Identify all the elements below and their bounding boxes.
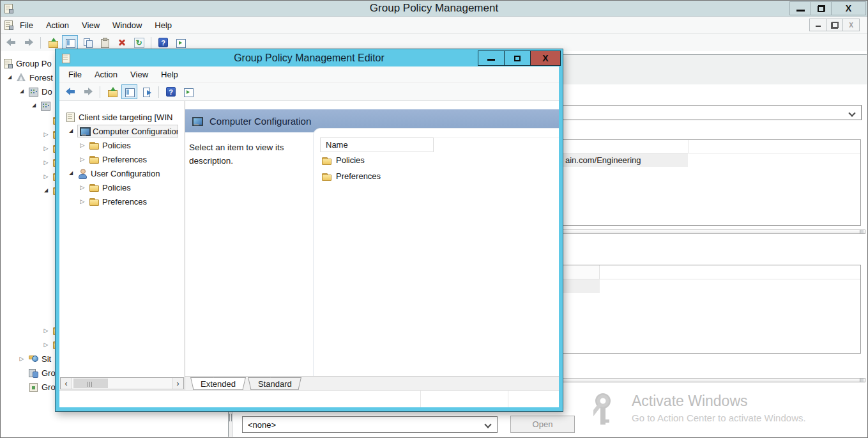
domain-path-cell: ain.com/Engineering xyxy=(565,155,641,165)
editor-help-button[interactable] xyxy=(163,84,179,99)
editor-show-console-tree-button[interactable] xyxy=(121,84,137,99)
tree-item-content[interactable]: Do xyxy=(28,86,52,97)
folder-icon xyxy=(89,154,99,164)
list-item-policies[interactable]: Policies xyxy=(314,152,559,168)
collapsed-arrow-icon[interactable]: ▷ xyxy=(42,128,50,141)
collapsed-arrow-icon[interactable]: ▷ xyxy=(18,352,26,365)
tree-item-preferences[interactable]: ▷Preferences xyxy=(79,195,147,208)
export-list-icon xyxy=(142,87,152,97)
restore-icon xyxy=(832,22,838,28)
mdi-close-button[interactable] xyxy=(842,19,860,31)
tree-item-forest[interactable]: ◢Forest xyxy=(6,71,53,84)
minimize-icon xyxy=(487,56,495,61)
chevron-down-icon xyxy=(484,421,491,428)
editor-close-button[interactable] xyxy=(530,51,561,66)
gpm-icon xyxy=(3,58,13,68)
wmi-filter-combobox[interactable]: <none> xyxy=(242,416,498,433)
scroll-right-button[interactable]: › xyxy=(172,378,183,389)
editor-show-window-list-button[interactable] xyxy=(180,84,196,99)
tab-standard[interactable]: Standard xyxy=(248,377,302,390)
tree-item-content[interactable] xyxy=(40,100,50,111)
editor-menu-file[interactable]: File xyxy=(62,70,88,79)
editor-maximize-button[interactable] xyxy=(504,51,531,66)
tree-item-label: Preferences xyxy=(102,155,147,164)
tree-item-do[interactable]: ◢Do xyxy=(18,85,52,98)
tree-item-content[interactable]: Policies xyxy=(89,182,131,192)
tree-item-content[interactable]: Gro xyxy=(28,368,56,378)
open-button-label: Open xyxy=(533,419,553,429)
tree-item-group-po[interactable]: Group Po xyxy=(3,57,52,70)
tree-item-content[interactable]: Preferences xyxy=(89,154,147,164)
toolbar-separator xyxy=(158,86,159,98)
tree-item-content[interactable]: User Configuration xyxy=(77,168,160,178)
minimize-icon xyxy=(816,23,821,27)
editor-title-bar[interactable]: Group Policy Management Editor xyxy=(56,49,563,66)
selected-tree-item[interactable]: Computer Configuration xyxy=(77,125,178,137)
main-restore-button[interactable] xyxy=(811,1,832,15)
expanded-arrow-icon[interactable]: ◢ xyxy=(30,99,38,112)
collapsed-arrow-icon[interactable]: ▷ xyxy=(79,195,86,208)
tree-item-gro[interactable]: Gro xyxy=(18,380,56,393)
expanded-arrow-icon[interactable]: ◢ xyxy=(67,125,75,137)
editor-menu-view[interactable]: View xyxy=(124,70,155,79)
tree-item-client-side-targeting-win[interactable]: Client side targeting [WIN xyxy=(65,111,172,123)
results-icon xyxy=(28,382,38,392)
tree-item-user-configuration[interactable]: ◢User Configuration xyxy=(67,167,160,180)
tree-item-label: Client side targeting [WIN xyxy=(79,113,172,122)
mdi-minimize-button[interactable] xyxy=(809,19,826,31)
tree-item-content[interactable]: Policies xyxy=(89,140,131,150)
editor-export-list-button[interactable] xyxy=(139,84,155,99)
editor-minimize-button[interactable] xyxy=(478,51,505,66)
editor-forward-button[interactable] xyxy=(80,84,96,99)
tree-item-label: Computer Configuration xyxy=(93,127,178,136)
tree-item[interactable]: ◢ xyxy=(30,99,50,112)
horizontal-scrollbar[interactable]: ‹ › xyxy=(60,377,184,389)
expanded-arrow-icon[interactable]: ◢ xyxy=(42,184,50,197)
forward-icon xyxy=(82,86,95,97)
tree-item-sit[interactable]: ▷Sit xyxy=(18,352,51,365)
collapsed-arrow-icon[interactable]: ▷ xyxy=(79,139,86,152)
expanded-arrow-icon[interactable]: ◢ xyxy=(6,71,13,84)
tree-item-preferences[interactable]: ▷Preferences xyxy=(79,153,147,166)
tree-item-content[interactable]: Gro xyxy=(28,382,56,392)
collapsed-arrow-icon[interactable]: ▷ xyxy=(42,324,50,337)
main-minimize-button[interactable] xyxy=(789,1,811,15)
editor-menu-action[interactable]: Action xyxy=(88,70,124,79)
tree-item-policies[interactable]: ▷Policies xyxy=(79,139,131,152)
scroll-left-button[interactable]: ‹ xyxy=(61,378,72,389)
collapsed-arrow-icon[interactable]: ▷ xyxy=(42,156,50,169)
tree-item-content[interactable]: Preferences xyxy=(89,196,147,207)
tree-item-computer-configuration[interactable]: ◢Computer Configuration xyxy=(67,125,178,137)
collapsed-arrow-icon[interactable]: ▷ xyxy=(42,338,50,351)
collapsed-arrow-icon[interactable]: ▷ xyxy=(79,153,86,166)
mdi-restore-button[interactable] xyxy=(826,19,843,31)
tree-item-policies[interactable]: ▷Policies xyxy=(79,181,131,194)
open-button[interactable]: Open xyxy=(510,416,575,433)
editor-up-one-level-button[interactable] xyxy=(104,84,120,99)
tab-extended[interactable]: Extended xyxy=(190,377,246,390)
expanded-arrow-icon[interactable]: ◢ xyxy=(18,85,26,98)
editor-result-pane: Computer Configuration Select an item to… xyxy=(185,101,559,390)
collapsed-arrow-icon[interactable]: ▷ xyxy=(79,181,86,194)
tree-item-content[interactable]: Sit xyxy=(28,354,51,364)
key-icon xyxy=(593,393,623,430)
expanded-arrow-icon[interactable]: ◢ xyxy=(67,167,75,180)
list-item-preferences[interactable]: Preferences xyxy=(314,168,559,184)
editor-menu-help[interactable]: Help xyxy=(155,70,185,79)
collapsed-arrow-icon[interactable]: ▷ xyxy=(42,142,50,155)
tree-item-label: Do xyxy=(42,87,52,97)
tree-item-content[interactable]: Group Po xyxy=(3,58,52,68)
chevron-down-icon xyxy=(848,109,855,116)
console-tree-icon xyxy=(125,87,135,97)
tree-item-content[interactable]: Client side targeting [WIN xyxy=(65,112,172,122)
collapsed-arrow-icon[interactable]: ▷ xyxy=(42,170,50,183)
name-column-header[interactable]: Name xyxy=(320,137,434,152)
editor-back-button[interactable] xyxy=(63,84,79,99)
combobox-value: <none> xyxy=(248,420,276,430)
folder-icon xyxy=(321,171,331,182)
tree-item-gro[interactable]: Gro xyxy=(18,366,56,379)
help-icon xyxy=(166,87,176,97)
scrollbar-thumb[interactable] xyxy=(73,379,108,388)
main-close-button[interactable] xyxy=(831,1,866,15)
tree-item-content[interactable]: Forest xyxy=(16,72,53,82)
